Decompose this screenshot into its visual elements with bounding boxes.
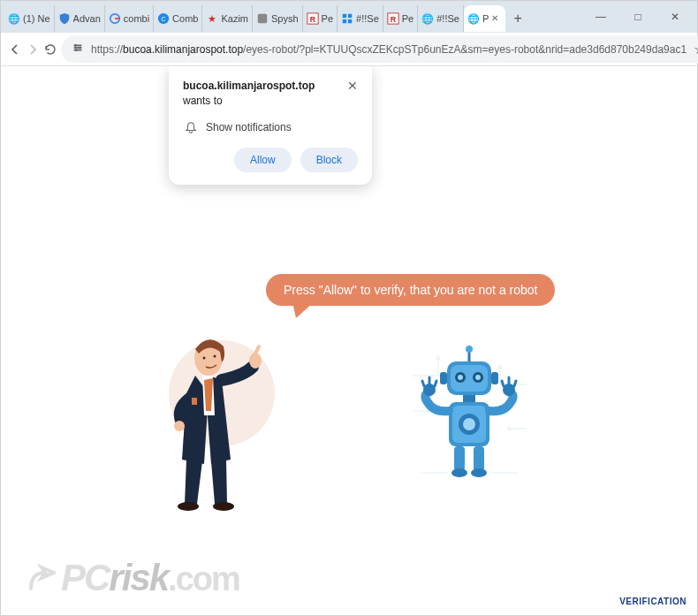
svg-rect-8	[343, 19, 346, 23]
toolbar: https://bucoa.kilimanjarospot.top/eyes-r…	[1, 33, 697, 66]
svg-point-40	[458, 375, 463, 380]
tab-1[interactable]: Advan	[55, 5, 105, 32]
svg-point-24	[203, 357, 206, 360]
close-window-button[interactable]: ✕	[656, 3, 694, 31]
permission-title: bucoa.kilimanjarospot.top wants to	[183, 79, 315, 109]
star-red-icon: ★	[206, 12, 218, 25]
svg-rect-3	[258, 14, 268, 24]
svg-rect-43	[440, 372, 447, 384]
svg-text:R: R	[391, 15, 397, 24]
svg-point-29	[213, 502, 234, 511]
svg-rect-6	[343, 14, 346, 18]
allow-button[interactable]: Allow	[234, 148, 292, 172]
svg-rect-30	[192, 398, 197, 405]
svg-point-54	[451, 468, 467, 477]
verification-label: VERIFICATION	[619, 597, 687, 606]
cc-blue-icon: C	[157, 12, 170, 25]
tab-7[interactable]: #!!Se	[338, 5, 383, 32]
bell-icon	[185, 121, 197, 133]
speech-bubble: Press "Allow" to verify, that you are no…	[266, 274, 555, 306]
svg-point-26	[174, 421, 185, 431]
watermark-logo: PCrisk.com	[27, 557, 239, 599]
svg-text:R: R	[309, 15, 315, 24]
arrow-icon	[27, 564, 56, 592]
tabs-area: 🌐 (1) Ne Advan combi C Comb ★ Kazim Sp	[4, 1, 582, 33]
block-button[interactable]: Block	[300, 148, 358, 172]
close-tab-icon[interactable]: ✕	[491, 13, 502, 24]
forward-button[interactable]	[26, 37, 40, 62]
tab-3[interactable]: C Comb	[154, 5, 202, 32]
reload-button[interactable]	[43, 37, 57, 62]
svg-point-17	[75, 49, 78, 51]
permission-dialog: bucoa.kilimanjarospot.top wants to ✕ Sho…	[169, 66, 372, 185]
tab-2[interactable]: combi	[105, 5, 154, 32]
permission-body: Show notifications	[183, 121, 358, 133]
shield-icon	[58, 12, 71, 25]
svg-rect-45	[463, 395, 475, 402]
robot-illustration	[403, 340, 535, 491]
svg-point-15	[74, 44, 77, 47]
title-bar: 🌐 (1) Ne Advan combi C Comb ★ Kazim Sp	[1, 1, 697, 33]
tab-9[interactable]: 🌐 #!!Se	[418, 5, 464, 32]
new-tab-button[interactable]: +	[505, 6, 530, 31]
site-settings-icon[interactable]	[72, 42, 84, 57]
url-text: https://bucoa.kilimanjarospot.top/eyes-r…	[91, 43, 687, 56]
svg-rect-53	[474, 446, 484, 471]
svg-rect-52	[454, 446, 465, 471]
close-dialog-icon[interactable]: ✕	[347, 79, 358, 93]
globe-icon: 🌐	[467, 12, 480, 25]
svg-point-25	[214, 355, 216, 358]
r-icon: R	[307, 12, 319, 25]
man-illustration	[160, 327, 284, 513]
maximize-button[interactable]: □	[619, 3, 656, 31]
tab-4[interactable]: ★ Kazim	[202, 5, 253, 32]
cc-gray-icon	[256, 12, 269, 25]
bookmark-star-icon[interactable]: ☆	[694, 41, 698, 57]
svg-point-28	[178, 502, 199, 511]
svg-point-49	[463, 418, 475, 430]
tab-5[interactable]: Spysh	[253, 5, 303, 32]
google-icon	[109, 12, 121, 25]
tab-0[interactable]: 🌐 (1) Ne	[4, 5, 55, 32]
globe-icon: 🌐	[421, 12, 434, 25]
page-content: bucoa.kilimanjarospot.top wants to ✕ Sho…	[1, 66, 697, 615]
globe-icon: 🌐	[8, 12, 20, 25]
window-controls: — □ ✕	[582, 3, 694, 31]
browser-window: 🌐 (1) Ne Advan combi C Comb ★ Kazim Sp	[0, 0, 698, 616]
r-icon: R	[387, 12, 399, 25]
grid-blue-icon	[341, 12, 353, 25]
tab-10-active[interactable]: 🌐 P ✕	[464, 5, 505, 32]
svg-point-42	[475, 375, 481, 380]
svg-point-36	[466, 346, 473, 353]
svg-point-16	[79, 47, 81, 49]
svg-text:C: C	[162, 16, 166, 22]
back-button[interactable]	[8, 37, 22, 62]
address-bar[interactable]: https://bucoa.kilimanjarospot.top/eyes-r…	[61, 36, 698, 63]
svg-point-55	[471, 468, 487, 477]
svg-rect-44	[491, 372, 498, 384]
tab-6[interactable]: R Pe	[303, 5, 338, 32]
svg-rect-7	[348, 14, 352, 18]
tab-8[interactable]: R Pe	[383, 5, 418, 32]
svg-rect-9	[348, 19, 352, 23]
minimize-button[interactable]: —	[582, 3, 619, 31]
